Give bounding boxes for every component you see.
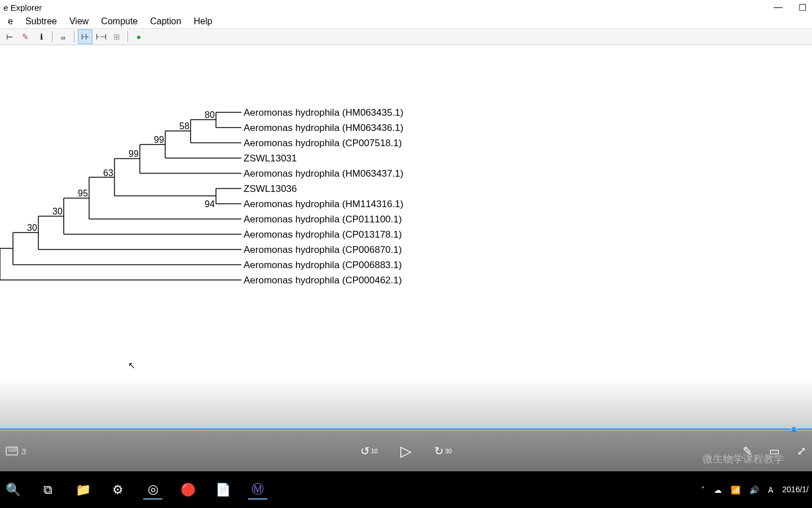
time-remaining: 3	[21, 446, 26, 456]
chrome-icon[interactable]: ◎	[143, 480, 162, 500]
search-icon[interactable]: 🔍	[3, 480, 23, 500]
menubar: e Subtree View Compute Caption Help	[0, 15, 812, 28]
bootstrap-value: 30	[52, 207, 63, 217]
maximize-icon[interactable]: ☐	[798, 2, 806, 13]
toolbar-sep	[127, 31, 128, 42]
play-button[interactable]: ▷	[400, 443, 412, 460]
taxon-label[interactable]: Aeromonas hydrophila (CP013178.1)	[244, 229, 402, 240]
taxon-label[interactable]: ZSWL13031	[244, 153, 297, 164]
taxon-label[interactable]: Aeromonas hydrophila (HM063436.1)	[244, 122, 404, 134]
taxon-label[interactable]: Aeromonas hydrophila (CP000462.1)	[244, 275, 402, 286]
system-tray: ˄ ☁ 📶 🔊 A 2016/1/	[701, 471, 809, 508]
progress-bar[interactable]	[0, 428, 812, 430]
taxon-label[interactable]: Aeromonas hydrophila (CP011100.1)	[244, 214, 402, 225]
menu-item-view[interactable]: View	[64, 15, 94, 28]
taxon-label[interactable]: ZSWL13036	[244, 183, 297, 195]
taskbar: 🔍 ⧉ 📁 ⚙ ◎ 🔴 📄 Ⓜ ˄ ☁ 📶 🔊 A 2016/1/	[0, 471, 812, 508]
subtitle-icon[interactable]	[6, 446, 18, 456]
bootstrap-value: 95	[78, 189, 88, 199]
window-controls: — ☐	[774, 2, 809, 13]
taxon-label[interactable]: Aeromonas hydrophila (CP007518.1)	[244, 138, 402, 149]
taxon-label[interactable]: Aeromonas hydrophila (HM063435.1)	[244, 107, 404, 119]
toolbar-sep	[52, 31, 52, 42]
toolbar-sep	[74, 31, 74, 42]
bootstrap-value: 99	[154, 135, 164, 145]
bootstrap-value: 99	[129, 149, 139, 159]
info-icon[interactable]: ℹ	[34, 29, 48, 44]
bootstrap-value: 94	[205, 199, 215, 209]
tree-topology-icon[interactable]: ⊢	[2, 29, 17, 44]
task-view-icon[interactable]: ⧉	[38, 480, 58, 500]
player-controls: 3 ↺10 ▷ ↻30 ✎ ▭ ⤢	[0, 431, 812, 471]
minimize-icon[interactable]: —	[774, 2, 783, 13]
tray-cloud-icon[interactable]: ☁	[714, 485, 722, 494]
settings-icon[interactable]: ⚙	[108, 480, 127, 500]
tray-clock[interactable]: 2016/1/	[782, 485, 809, 494]
tray-ime-icon[interactable]: A	[768, 485, 773, 494]
menu-item-subtree[interactable]: Subtree	[20, 15, 63, 28]
rewind-button[interactable]: ↺10	[360, 444, 378, 458]
bootstrap-value: 63	[103, 168, 113, 178]
mega-icon[interactable]: Ⓜ	[248, 480, 267, 500]
bootstrap-value: 80	[205, 110, 215, 120]
tree-svg	[0, 45, 812, 395]
autosize-icon[interactable]: ⊞	[109, 29, 124, 44]
rectangular-icon[interactable]: ⏛	[56, 29, 70, 44]
tree-style-icon[interactable]: ✎	[18, 29, 33, 44]
menu-item-caption[interactable]: Caption	[144, 15, 187, 28]
tray-up-icon[interactable]: ˄	[701, 485, 705, 494]
collapse-icon[interactable]: ⤢	[797, 444, 806, 458]
titlebar: e Explorer — ☐	[0, 0, 812, 15]
menu-item-compute[interactable]: Compute	[95, 15, 143, 28]
notes-icon[interactable]: 📄	[213, 480, 232, 500]
traditional-icon[interactable]: ⊦⊣	[94, 29, 108, 44]
tray-wifi-icon[interactable]: 📶	[731, 485, 740, 494]
forward-button[interactable]: ↻30	[434, 444, 452, 458]
tree-canvas: Aeromonas hydrophila (HM063435.1)Aeromon…	[0, 45, 812, 395]
taxon-label[interactable]: Aeromonas hydrophila (HM114316.1)	[244, 199, 404, 210]
taxon-label[interactable]: Aeromonas hydrophila (HM063437.1)	[244, 168, 404, 179]
taxon-label[interactable]: Aeromonas hydrophila (CP006870.1)	[244, 244, 402, 256]
bootstrap-value: 58	[179, 121, 189, 132]
taxon-label[interactable]: Aeromonas hydrophila (CP006883.1)	[244, 260, 402, 271]
menu-item-help[interactable]: Help	[188, 15, 218, 28]
status-ok-icon[interactable]: ●	[131, 29, 146, 44]
window-title: e Explorer	[3, 3, 42, 12]
bootstrap-value: 30	[27, 223, 37, 233]
edit-icon[interactable]: ✎	[743, 444, 752, 458]
topology-only-icon[interactable]: ⊦⊦	[78, 29, 92, 44]
display-icon[interactable]: ▭	[769, 444, 780, 458]
media-icon[interactable]: 🔴	[178, 480, 197, 500]
toolbar: ⊢ ✎ ℹ ⏛ ⊦⊦ ⊦⊣ ⊞ ●	[0, 28, 812, 45]
file-explorer-icon[interactable]: 📁	[73, 480, 92, 500]
menu-item-0[interactable]: e	[2, 15, 19, 28]
tray-sound-icon[interactable]: 🔊	[749, 485, 759, 494]
